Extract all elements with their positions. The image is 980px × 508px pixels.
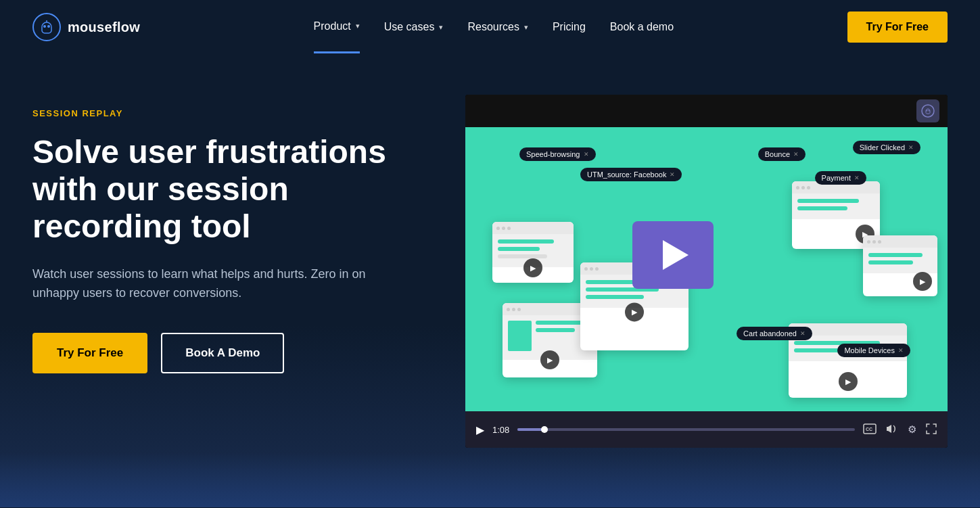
hero-book-demo-button[interactable]: Book A Demo: [161, 333, 284, 373]
hero-buttons: Try For Free Book A Demo: [32, 333, 425, 373]
hero-content: SESSION REPLAY Solve user frustrations w…: [32, 95, 425, 373]
video-progress-bar[interactable]: [517, 428, 855, 431]
tag-speed-browsing: Speed-browsing ✕: [519, 147, 596, 161]
play-icon: [663, 240, 689, 270]
hero-video: ▶ ▶: [465, 95, 948, 448]
svg-point-5: [927, 110, 928, 112]
mini-play-3[interactable]: ▶: [625, 302, 644, 321]
tag-mobile-devices: Mobile Devices ✕: [837, 344, 910, 357]
svg-point-4: [922, 105, 934, 117]
fullscreen-icon[interactable]: [926, 423, 937, 436]
video-progress-dot: [541, 426, 548, 433]
chevron-down-icon: ▾: [524, 23, 528, 32]
hero-try-free-button[interactable]: Try For Free: [32, 333, 147, 373]
settings-icon[interactable]: ⚙: [908, 423, 916, 436]
volume-icon[interactable]: [886, 423, 898, 436]
video-control-icons: CC ⚙: [863, 423, 937, 436]
chevron-down-icon: ▾: [439, 23, 443, 32]
tag-utm-source: UTM_source: Facebook ✕: [580, 168, 682, 181]
nav-item-book-demo[interactable]: Book a demo: [610, 2, 674, 52]
video-top-bar: [465, 95, 948, 127]
nav-link-product[interactable]: Product ▾: [314, 1, 360, 53]
nav-link-pricing[interactable]: Pricing: [553, 2, 586, 52]
mini-browser-5: ▶: [863, 235, 937, 296]
hero-description: Watch user sessions to learn what helps …: [32, 264, 384, 304]
mini-play-2[interactable]: ▶: [540, 350, 559, 369]
play-pause-button[interactable]: ▶: [476, 423, 484, 436]
nav-links: Product ▾ Use cases ▾ Resources ▾ Pricin…: [314, 1, 674, 53]
hero-section: SESSION REPLAY Solve user frustrations w…: [0, 54, 980, 507]
nav-item-pricing[interactable]: Pricing: [553, 2, 586, 52]
tag-payment: Payment ✕: [815, 171, 866, 185]
mini-play-6[interactable]: ▶: [839, 372, 858, 391]
mini-play-1[interactable]: ▶: [523, 258, 542, 277]
video-container: ▶ ▶: [465, 95, 948, 448]
logo[interactable]: mouseflow: [32, 13, 140, 41]
svg-point-0: [33, 14, 60, 41]
chevron-down-icon: ▾: [356, 22, 360, 30]
mouseflow-logo-icon: [32, 13, 61, 41]
nav-item-use-cases[interactable]: Use cases ▾: [384, 2, 444, 52]
nav-link-use-cases[interactable]: Use cases ▾: [384, 2, 444, 52]
navbar: mouseflow Product ▾ Use cases ▾ Resource…: [0, 0, 980, 54]
tag-cart-abandoned: Cart abandoned ✕: [737, 327, 812, 340]
video-play-button[interactable]: [632, 221, 714, 289]
hero-title: Solve user frustrations with our session…: [32, 133, 425, 246]
video-timestamp: 1:08: [492, 425, 509, 435]
nav-link-resources[interactable]: Resources ▾: [467, 2, 528, 52]
svg-point-6: [929, 110, 930, 112]
mini-play-5[interactable]: ▶: [913, 272, 932, 291]
nav-cta-button[interactable]: Try For Free: [847, 11, 948, 43]
nav-link-book-demo[interactable]: Book a demo: [610, 2, 674, 52]
svg-point-2: [47, 25, 50, 28]
svg-text:CC: CC: [866, 427, 872, 432]
logo-text: mouseflow: [68, 20, 140, 35]
nav-item-product[interactable]: Product ▾: [314, 1, 360, 53]
hero-badge: SESSION REPLAY: [32, 108, 425, 118]
tag-slider-clicked: Slider Clicked ✕: [853, 141, 920, 154]
video-controls-bar: ▶ 1:08 CC: [465, 411, 948, 448]
mouseflow-watermark-icon: [916, 99, 939, 122]
video-screen: ▶ ▶: [465, 127, 948, 411]
mini-browser-1: ▶: [492, 222, 574, 283]
closed-captions-icon[interactable]: CC: [863, 423, 877, 436]
tag-bounce: Bounce ✕: [758, 147, 806, 161]
svg-point-1: [43, 25, 46, 28]
nav-item-resources[interactable]: Resources ▾: [467, 2, 528, 52]
